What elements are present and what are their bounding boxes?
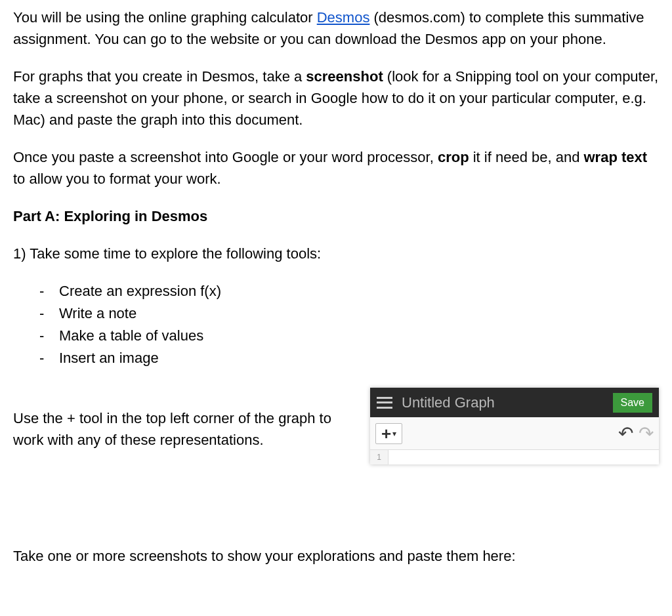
intro-paragraph-1: You will be using the online graphing ca…	[13, 7, 659, 50]
redo-icon[interactable]: ↷	[639, 424, 654, 443]
expression-input[interactable]	[388, 450, 659, 462]
graph-title[interactable]: Untitled Graph	[402, 392, 604, 413]
intro-paragraph-2: For graphs that you create in Desmos, ta…	[13, 66, 659, 131]
list-item: Write a note	[39, 302, 659, 325]
bold-screenshot: screenshot	[306, 68, 383, 85]
text-fragment: Once you paste a screenshot into Google …	[13, 149, 438, 165]
bold-wrap-text: wrap text	[584, 149, 648, 165]
tools-list: Create an expression f(x) Write a note M…	[13, 280, 659, 369]
desmos-link[interactable]: Desmos	[317, 9, 370, 26]
list-item: Insert an image	[39, 347, 659, 369]
save-button[interactable]: Save	[613, 393, 652, 413]
list-item: Create an expression f(x)	[39, 280, 659, 302]
row-number: 1	[370, 450, 388, 464]
part-a-heading: Part A: Exploring in Desmos	[13, 205, 659, 227]
expression-row[interactable]: 1	[370, 450, 659, 464]
desmos-toolbar: + ▾ ↶ ↷	[370, 417, 659, 450]
desmos-header: Untitled Graph Save	[370, 388, 659, 417]
intro-paragraph-3: Once you paste a screenshot into Google …	[13, 146, 659, 190]
add-button[interactable]: + ▾	[375, 423, 402, 444]
plus-tool-instruction: Use the + tool in the top left corner of…	[13, 407, 357, 451]
chevron-down-icon: ▾	[392, 428, 396, 440]
plus-icon: +	[381, 425, 391, 442]
screenshot-instruction: Take one or more screenshots to show you…	[13, 545, 659, 567]
text-fragment: For graphs that you create in Desmos, ta…	[13, 68, 306, 85]
desmos-screenshot: Untitled Graph Save + ▾ ↶ ↷ 1	[370, 388, 659, 464]
text-fragment: it if need be, and	[469, 149, 584, 165]
bold-crop: crop	[438, 149, 469, 165]
question-1: 1) Take some time to explore the followi…	[13, 243, 659, 264]
undo-icon[interactable]: ↶	[618, 424, 633, 443]
list-item: Make a table of values	[39, 325, 659, 347]
hamburger-icon[interactable]	[377, 397, 392, 409]
text-fragment: You will be using the online graphing ca…	[13, 9, 317, 26]
text-fragment: to allow you to format your work.	[13, 171, 221, 187]
